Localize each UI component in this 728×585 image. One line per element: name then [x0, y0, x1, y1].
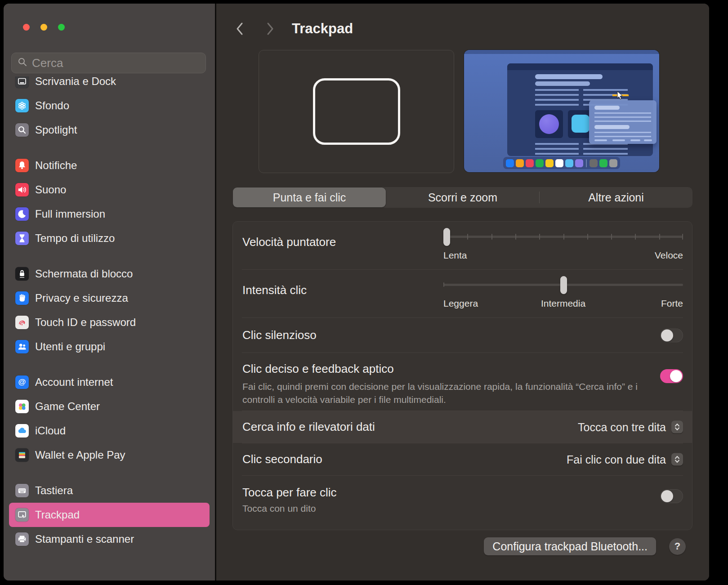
dock-app-icon: [590, 159, 598, 167]
zoom-window-button[interactable]: [58, 24, 65, 31]
sidebar-list: Scrivania e Dock Sfondo Spotlight: [9, 76, 210, 581]
search-input[interactable]: [32, 56, 200, 70]
pointer-speed-handle[interactable]: [443, 228, 450, 246]
sidebar-item-full-immersion[interactable]: Full immersion: [9, 202, 210, 226]
lookup-popup-button[interactable]: Tocca con tre dita: [578, 420, 683, 433]
slider-tick: [443, 282, 444, 287]
users-icon: [15, 340, 29, 353]
sidebar-item-icloud[interactable]: iCloud: [9, 419, 210, 443]
dock-app-icon: [545, 159, 554, 167]
tab-altre-azioni[interactable]: Altre azioni: [540, 187, 692, 208]
tab-scorri-e-zoom[interactable]: Scorri e zoom: [386, 187, 539, 208]
slider-tick: [563, 234, 564, 240]
cloud-icon: [15, 424, 29, 438]
sidebar-item-account-internet[interactable]: @ Account internet: [9, 370, 210, 394]
slider-tick: [587, 234, 588, 240]
sidebar-item-label: Tastiera: [35, 484, 73, 497]
sidebar-item-tastiera[interactable]: Tastiera: [9, 478, 210, 503]
sidebar-item-label: Suono: [35, 183, 66, 196]
chevron-up-down-icon: [671, 421, 683, 433]
tab-label: Scorri e zoom: [428, 191, 497, 204]
tap-to-click-sublabel: Tocca con un dito: [242, 503, 692, 514]
hourglass-icon: [15, 232, 29, 245]
slider-tick: [659, 234, 660, 240]
preview-text-block: [583, 143, 628, 155]
secondary-click-value: Fai clic con due dita: [567, 453, 666, 466]
sidebar-item-utenti-e-gruppi[interactable]: Utenti e gruppi: [9, 335, 210, 359]
keyboard-icon: [15, 484, 29, 497]
sidebar-item-trackpad[interactable]: Trackpad: [9, 503, 210, 527]
secondary-click-popup-button[interactable]: Fai clic con due dita: [567, 453, 683, 466]
secondary-click-row: Clic secondario Fai clic con due dita: [233, 443, 692, 475]
wallet-icon: [15, 448, 29, 462]
dock-app-icon: [599, 159, 607, 167]
popup-footer-dash: [594, 139, 607, 141]
trackpad-outline: [313, 78, 400, 145]
sidebar-item-tempo-di-utilizzo[interactable]: Tempo di utilizzo: [9, 226, 210, 250]
back-button[interactable]: [233, 21, 247, 37]
dock-app-icon: [575, 159, 583, 167]
sidebar-item-game-center[interactable]: Game Center: [9, 394, 210, 419]
click-strength-handle[interactable]: [560, 276, 567, 294]
sidebar-item-spotlight[interactable]: Spotlight: [9, 118, 210, 142]
desktop-dock-icon: [15, 76, 29, 88]
tap-to-click-toggle[interactable]: [660, 489, 683, 503]
pointer-speed-row: Velocità puntatore: [233, 222, 692, 269]
sidebar-item-wallet-e-apple-pay[interactable]: Wallet e Apple Pay: [9, 443, 210, 467]
slider-tick: [539, 234, 540, 240]
close-window-button[interactable]: [23, 24, 30, 31]
dock-app-icon: [609, 159, 617, 167]
main-pane: Trackpad: [216, 4, 709, 581]
slider-max-label: Veloce: [655, 250, 683, 261]
slider-min-label: Lenta: [443, 250, 467, 261]
sidebar-item-label: Game Center: [35, 400, 100, 413]
slider-mid-label: Intermedia: [541, 298, 585, 309]
slider-max-label: Forte: [661, 298, 683, 309]
silent-click-row: Clic silenzioso: [233, 318, 692, 353]
sidebar-item-stampanti-e-scanner[interactable]: Stampanti e scanner: [9, 527, 210, 551]
dock-app-icon: [526, 159, 534, 167]
pointer-speed-slider[interactable]: [443, 228, 683, 246]
silent-click-toggle[interactable]: [660, 328, 683, 342]
configure-bluetooth-trackpad-button[interactable]: Configura trackpad Bluetooth...: [484, 537, 656, 555]
sidebar-item-scrivania-e-dock[interactable]: Scrivania e Dock: [9, 76, 210, 94]
click-strength-slider[interactable]: [443, 276, 683, 295]
preview-text-block: [535, 143, 579, 155]
sidebar-group: Notifiche Suono Full immersion: [9, 153, 210, 250]
slider-tick: [491, 234, 492, 240]
search-field[interactable]: [11, 53, 206, 73]
toggle-knob: [670, 370, 682, 382]
sidebar-item-suono[interactable]: Suono: [9, 178, 210, 202]
force-click-toggle[interactable]: [660, 369, 683, 383]
fingerprint-icon: [15, 316, 29, 329]
footer: Configura trackpad Bluetooth... ?: [484, 537, 686, 555]
sidebar-group: Schermata di blocco Privacy e sicurezza …: [9, 262, 210, 359]
sidebar-group: Scrivania e Dock Sfondo Spotlight: [9, 76, 210, 142]
preview-heading-line: [535, 81, 590, 86]
moon-icon: [15, 207, 29, 221]
tab-punta-e-fai-clic[interactable]: Punta e fai clic: [233, 188, 386, 207]
slider-min-label: Leggera: [443, 298, 478, 309]
sidebar-item-notifiche[interactable]: Notifiche: [9, 153, 210, 178]
sidebar-item-label: Trackpad: [35, 509, 80, 521]
help-button[interactable]: ?: [669, 538, 686, 555]
slider-tick: [682, 234, 683, 240]
forward-button[interactable]: [263, 21, 277, 37]
lock-icon: [15, 267, 29, 281]
sidebar-group: Tastiera Trackpad Stampanti e scanner: [9, 478, 210, 551]
sidebar-item-schermata-di-blocco[interactable]: Schermata di blocco: [9, 262, 210, 286]
bell-icon: [15, 159, 29, 172]
sidebar-item-privacy-e-sicurezza[interactable]: Privacy e sicurezza: [9, 286, 210, 310]
preview-heading-line: [535, 74, 603, 79]
click-strength-row: Intensità clic Leggera Intermedia Forte: [233, 270, 692, 317]
sidebar-item-sfondo[interactable]: Sfondo: [9, 94, 210, 118]
sidebar-item-label: Privacy e sicurezza: [35, 292, 128, 304]
lookup-row: Cerca info e rilevatori dati Tocca con t…: [233, 411, 692, 443]
popup-text-block: [594, 132, 651, 138]
sidebar-item-label: Full immersion: [35, 208, 105, 220]
toggle-knob: [661, 490, 673, 502]
at-icon: @: [15, 375, 29, 389]
sidebar-item-touch-id-e-password[interactable]: Touch ID e password: [9, 310, 210, 335]
dock-app-icon: [565, 159, 573, 167]
minimize-window-button[interactable]: [40, 24, 47, 31]
